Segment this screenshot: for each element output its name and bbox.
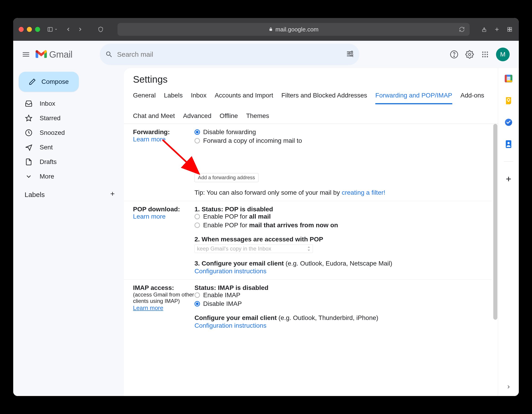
shield-icon[interactable]	[97, 26, 104, 33]
imap-config-link[interactable]: Configuration instructions	[194, 322, 482, 329]
enable-pop-now-prefix: Enable POP for	[203, 222, 249, 229]
svg-point-20	[484, 54, 486, 55]
tab-chat[interactable]: Chat and Meet	[133, 112, 175, 124]
create-filter-link[interactable]: creating a filter!	[342, 189, 385, 196]
star-icon	[25, 114, 33, 122]
enable-pop-now-option[interactable]: Enable POP for mail that arrives from no…	[194, 222, 482, 229]
scrollbar[interactable]	[493, 124, 498, 334]
tab-filters[interactable]: Filters and Blocked Addresses	[281, 92, 367, 104]
inbox-icon	[25, 100, 33, 108]
search-input[interactable]	[117, 51, 354, 58]
svg-rect-37	[505, 75, 507, 82]
help-icon[interactable]	[450, 50, 459, 59]
sidebar-item-label: Sent	[40, 144, 53, 151]
enable-imap-option[interactable]: Enable IMAP	[194, 292, 482, 299]
address-bar[interactable]: mail.google.com	[117, 23, 470, 36]
tab-addons[interactable]: Add-ons	[460, 92, 484, 104]
radio-checked-icon	[194, 129, 200, 135]
svg-point-24	[487, 56, 488, 57]
calendar-app-icon[interactable]: 31	[504, 74, 513, 83]
add-label-icon[interactable]	[109, 191, 116, 198]
pop-q2-title: 2. When messages are accessed with POP	[194, 236, 482, 243]
pop-q3-suffix: (e.g. Outlook, Eudora, Netscape Mail)	[285, 260, 392, 267]
reload-icon[interactable]	[458, 26, 466, 33]
disable-forwarding-label: Disable forwarding	[203, 128, 256, 136]
right-side-panel: 31	[498, 68, 519, 396]
gmail-logo-icon	[36, 50, 47, 59]
imap-section-title: IMAP access:	[133, 284, 174, 291]
pop-learn-more[interactable]: Learn more	[133, 213, 194, 220]
apps-grid-icon[interactable]	[481, 50, 490, 59]
svg-rect-0	[48, 27, 52, 31]
forwarding-tip: Tip: You can also forward only some of y…	[194, 189, 482, 196]
keep-app-icon[interactable]	[504, 96, 513, 105]
svg-rect-7	[510, 27, 512, 29]
disable-forwarding-option[interactable]: Disable forwarding	[194, 128, 482, 136]
maximize-window-button[interactable]	[35, 27, 40, 32]
collapse-panel-icon[interactable]	[504, 382, 513, 391]
svg-point-44	[507, 142, 510, 144]
enable-pop-all-option[interactable]: Enable POP for all mail	[194, 213, 482, 220]
sidebar-item-more[interactable]: More	[16, 169, 123, 184]
gmail-logo[interactable]: Gmail	[36, 49, 72, 60]
sidebar-item-drafts[interactable]: Drafts	[16, 155, 123, 169]
forwarding-learn-more[interactable]: Learn more	[133, 136, 194, 143]
tip-prefix: Tip: You can also forward only some of y…	[194, 189, 342, 196]
hamburger-menu-icon[interactable]	[20, 49, 31, 60]
close-window-button[interactable]	[19, 27, 24, 32]
pop-config-link[interactable]: Configuration instructions	[194, 268, 482, 275]
radio-checked-icon	[194, 301, 200, 307]
sidebar-item-inbox[interactable]: Inbox	[16, 96, 123, 111]
tab-offline[interactable]: Offline	[219, 112, 238, 124]
sidebar-item-starred[interactable]: Starred	[16, 111, 123, 125]
tab-advanced[interactable]: Advanced	[183, 112, 212, 124]
back-button[interactable]	[65, 26, 72, 33]
pop-status-value: POP is disabled	[225, 206, 273, 213]
new-tab-icon[interactable]	[493, 26, 501, 33]
sidebar-item-snoozed[interactable]: Snoozed	[16, 125, 123, 140]
enable-pop-all-prefix: Enable POP for	[203, 213, 249, 220]
tab-general[interactable]: General	[133, 92, 156, 104]
forward-button[interactable]	[76, 26, 84, 33]
gmail-logo-text: Gmail	[49, 49, 72, 60]
pop-section: POP download: Learn more 1. Status: POP …	[124, 201, 492, 280]
imap-status-prefix: Status:	[194, 284, 218, 291]
share-icon[interactable]	[481, 26, 488, 33]
enable-pop-now-bold: mail that arrives from now on	[249, 222, 338, 229]
tasks-app-icon[interactable]	[504, 118, 513, 127]
avatar-initial: M	[500, 51, 505, 58]
forward-copy-option[interactable]: Forward a copy of incoming mail to	[194, 137, 482, 144]
add-app-icon[interactable]	[504, 174, 513, 184]
tab-accounts[interactable]: Accounts and Import	[215, 92, 273, 104]
pop-status-line: 1. Status: POP is disabled	[194, 206, 482, 213]
disable-imap-label: Disable IMAP	[203, 300, 242, 307]
tab-inbox[interactable]: Inbox	[191, 92, 207, 104]
sidebar-toggle-icon[interactable]	[47, 26, 54, 33]
sidebar-item-sent[interactable]: Sent	[16, 140, 123, 155]
radio-unchecked-icon	[194, 138, 200, 143]
tab-labels[interactable]: Labels	[164, 92, 183, 104]
chevron-down-icon[interactable]	[54, 26, 58, 33]
contacts-app-icon[interactable]	[504, 140, 513, 149]
compose-button[interactable]: Compose	[19, 72, 79, 92]
settings-gear-icon[interactable]	[465, 50, 474, 59]
disable-imap-option[interactable]: Disable IMAP	[194, 300, 482, 307]
tab-forwarding[interactable]: Forwarding and POP/IMAP	[375, 92, 452, 104]
labels-section-header: Labels	[16, 184, 123, 201]
svg-point-21	[487, 54, 488, 55]
imap-learn-more[interactable]: Learn more	[133, 304, 163, 311]
minimize-window-button[interactable]	[27, 27, 32, 32]
search-options-icon[interactable]	[346, 50, 354, 59]
search-bar[interactable]	[100, 44, 359, 65]
pop-action-select[interactable]: keep Gmail's copy in the Inbox	[194, 244, 313, 253]
search-icon	[105, 51, 113, 58]
svg-text:31: 31	[507, 77, 510, 80]
tab-themes[interactable]: Themes	[246, 112, 269, 124]
avatar[interactable]: M	[496, 47, 510, 61]
sidebar-item-label: Inbox	[40, 100, 55, 107]
svg-point-17	[484, 51, 486, 53]
tab-overview-icon[interactable]	[506, 26, 513, 33]
svg-rect-40	[508, 101, 509, 102]
traffic-lights	[19, 27, 40, 32]
add-forwarding-address-button[interactable]: Add a forwarding address	[194, 173, 258, 182]
